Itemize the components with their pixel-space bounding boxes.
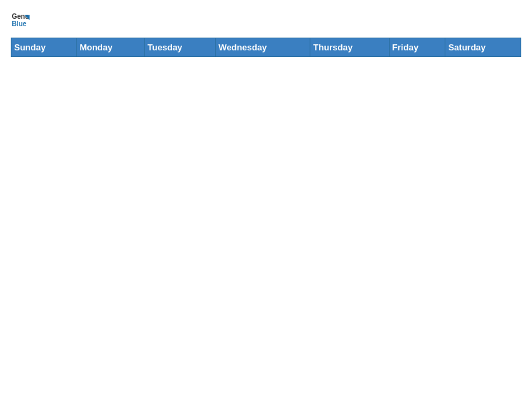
weekday-header-tuesday: Tuesday — [144, 38, 216, 57]
weekday-header-thursday: Thursday — [310, 38, 390, 57]
logo: General Blue — [11, 11, 30, 30]
weekday-header-saturday: Saturday — [445, 38, 521, 57]
weekday-header-sunday: Sunday — [11, 38, 77, 57]
weekday-header-wednesday: Wednesday — [216, 38, 310, 57]
page-header: General Blue — [11, 11, 521, 30]
weekday-header-friday: Friday — [389, 38, 445, 57]
logo-icon: General Blue — [11, 11, 30, 30]
calendar-table: SundayMondayTuesdayWednesdayThursdayFrid… — [11, 38, 521, 57]
weekday-header-monday: Monday — [77, 38, 144, 57]
calendar-header-row: SundayMondayTuesdayWednesdayThursdayFrid… — [11, 38, 521, 57]
svg-text:Blue: Blue — [12, 20, 27, 28]
